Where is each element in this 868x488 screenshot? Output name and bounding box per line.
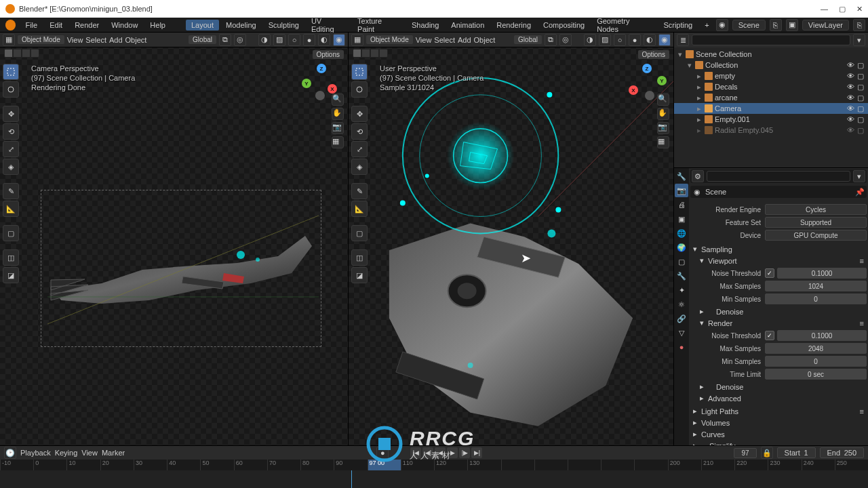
start-frame[interactable]: Start 1 <box>777 447 816 458</box>
tool-extra2[interactable]: ◪ <box>3 267 19 283</box>
timeline-tick[interactable] <box>568 460 601 470</box>
time-limit-value[interactable]: 0 sec <box>765 369 867 380</box>
tab-object[interactable]: ▢ <box>675 255 688 268</box>
section-advanced[interactable]: ▸Advanced <box>690 392 867 404</box>
timeline-tick[interactable]: 70 <box>267 460 300 470</box>
workspace-texture-paint[interactable]: Texture Paint <box>352 16 405 35</box>
camera-icon-r[interactable]: 📷 <box>657 122 669 134</box>
options-dropdown-l[interactable]: Options <box>313 50 344 59</box>
timeline-tick[interactable] <box>501 460 534 470</box>
tab-physics[interactable]: ⚛ <box>675 298 688 311</box>
section-r-denoise[interactable]: ▸Denoise <box>690 381 867 392</box>
playhead[interactable] <box>351 470 352 488</box>
scene-selector[interactable]: Scene <box>732 20 766 30</box>
outliner-search[interactable] <box>692 35 850 45</box>
menu-window[interactable]: Window <box>106 20 143 30</box>
tab-output[interactable]: 🖨 <box>675 198 688 211</box>
section-simplify[interactable]: ▸Simplify <box>690 440 867 445</box>
tool-annotate-r[interactable]: ✎ <box>351 183 368 199</box>
tool-rotate[interactable]: ⟲ <box>3 123 19 140</box>
workspace-compositing[interactable]: Compositing <box>538 20 590 30</box>
lock-range-icon[interactable]: 🔒 <box>761 447 773 459</box>
section-sampling[interactable]: ▾Sampling <box>690 243 867 255</box>
tool-extra2-r[interactable]: ◪ <box>351 267 368 283</box>
preset-icon-r[interactable]: ≡ <box>860 319 864 327</box>
r-min-value[interactable]: 0 <box>765 356 867 367</box>
viewport-left[interactable]: ▦ Object Mode View Select Add Object Glo… <box>0 33 349 445</box>
workspace-sculpting[interactable]: Sculpting <box>263 20 304 30</box>
prop-editor-icon[interactable]: ⚙ <box>692 170 704 182</box>
outliner-item[interactable]: ▸Radial Empty.045👁▢ <box>674 125 868 136</box>
timeline-tick[interactable]: 10 <box>66 460 100 470</box>
xray-icon[interactable]: ▨ <box>273 34 285 46</box>
filter-icon[interactable]: ▾ <box>853 34 865 46</box>
mode-dropdown[interactable]: Object Mode <box>18 35 64 44</box>
zoom-icon[interactable]: 🔍 <box>332 94 344 106</box>
overlays-icon-r[interactable]: ◑ <box>584 34 596 46</box>
zoom-icon-r[interactable]: 🔍 <box>657 94 669 106</box>
section-light-paths[interactable]: ▸Light Paths≡ <box>690 405 867 417</box>
workspace-animation[interactable]: Animation <box>446 20 490 30</box>
timeline-tick[interactable]: 200 <box>668 460 701 470</box>
workspace-uv-editing[interactable]: UV Editing <box>306 16 351 35</box>
section-volumes[interactable]: ▸Volumes <box>690 417 867 428</box>
vh-add-r[interactable]: Add <box>458 36 471 44</box>
outliner-item[interactable]: ▾Collection👁▢ <box>674 60 868 70</box>
maximize-icon[interactable]: ▢ <box>839 5 846 14</box>
shading-rendered-icon-r[interactable]: ◉ <box>658 34 671 46</box>
tool-rotate-r[interactable]: ⟲ <box>351 123 368 140</box>
outliner-item[interactable]: ▸Empty.001👁▢ <box>674 114 868 125</box>
timeline-tick[interactable]: 40 <box>167 460 200 470</box>
tool-extra1[interactable]: ◫ <box>3 249 19 266</box>
scene-context[interactable]: Scene <box>703 188 854 196</box>
viewlayer-new-icon[interactable]: ⎘ <box>853 19 865 31</box>
outliner-item[interactable]: ▸empty👁▢ <box>674 70 868 81</box>
close-icon[interactable]: ✕ <box>856 5 863 14</box>
shading-matprev-icon[interactable]: ◐ <box>318 34 330 46</box>
tool-move-r[interactable]: ✥ <box>351 106 368 122</box>
vh-object-r[interactable]: Object <box>474 36 496 44</box>
menu-file[interactable]: File <box>20 20 43 30</box>
scene-icon[interactable]: ◉ <box>716 19 728 31</box>
vh-view-r[interactable]: View <box>416 36 432 44</box>
shading-rendered-icon[interactable]: ◉ <box>333 34 345 46</box>
r-noise-value[interactable]: 0.1000 <box>777 330 867 341</box>
timeline-tick[interactable]: -10 <box>0 460 33 470</box>
timeline-tick[interactable]: 250 <box>835 460 868 470</box>
shading-group-l[interactable] <box>4 49 39 58</box>
menu-render[interactable]: Render <box>69 20 104 30</box>
tool-scale-r[interactable]: ⤢ <box>351 141 368 157</box>
tl-playback[interactable]: Playback <box>20 449 51 457</box>
pan-icon[interactable]: ✋ <box>332 108 344 120</box>
timeline-track[interactable] <box>0 470 868 488</box>
section-curves[interactable]: ▸Curves <box>690 428 867 440</box>
snap-icon-r[interactable]: ⧉ <box>545 34 557 46</box>
pan-icon-r[interactable]: ✋ <box>657 108 669 120</box>
section-vp-denoise[interactable]: ▸Denoise <box>690 306 867 317</box>
workspace-shading[interactable]: Shading <box>406 20 444 30</box>
shading-wire-icon[interactable]: ○ <box>288 34 300 46</box>
feature-set-dropdown[interactable]: Supported <box>765 217 867 228</box>
tab-render[interactable]: 📷 <box>675 184 688 197</box>
tool-cursor-r[interactable] <box>351 81 368 98</box>
scene-new-icon[interactable]: ⎘ <box>770 19 782 31</box>
timeline-tick[interactable]: 80 <box>300 460 334 470</box>
tool-select-box-r[interactable] <box>351 64 368 80</box>
timeline-tick[interactable]: 230 <box>768 460 801 470</box>
workspace-layout[interactable]: Layout <box>186 20 219 30</box>
tab-material[interactable]: ● <box>675 340 688 354</box>
xray-icon-r[interactable]: ▨ <box>599 34 611 46</box>
viewlayer-icon[interactable]: ▣ <box>786 19 798 31</box>
tl-marker[interactable]: Marker <box>102 449 125 457</box>
properties-search[interactable] <box>707 171 850 182</box>
tool-cursor[interactable] <box>3 81 19 98</box>
vh-select[interactable]: Select <box>85 36 106 44</box>
timeline-tick[interactable]: 50 <box>200 460 233 470</box>
vp-noise-checkbox[interactable] <box>765 268 774 278</box>
persp-toggle-icon[interactable]: ▦ <box>332 136 344 148</box>
vh-select-r[interactable]: Select <box>434 36 455 44</box>
tab-world[interactable]: 🌍 <box>675 241 688 254</box>
tab-data[interactable]: ▽ <box>675 326 688 340</box>
tool-add-cube[interactable]: ▢ <box>3 225 19 241</box>
prop-options-icon[interactable]: ▾ <box>853 170 865 182</box>
